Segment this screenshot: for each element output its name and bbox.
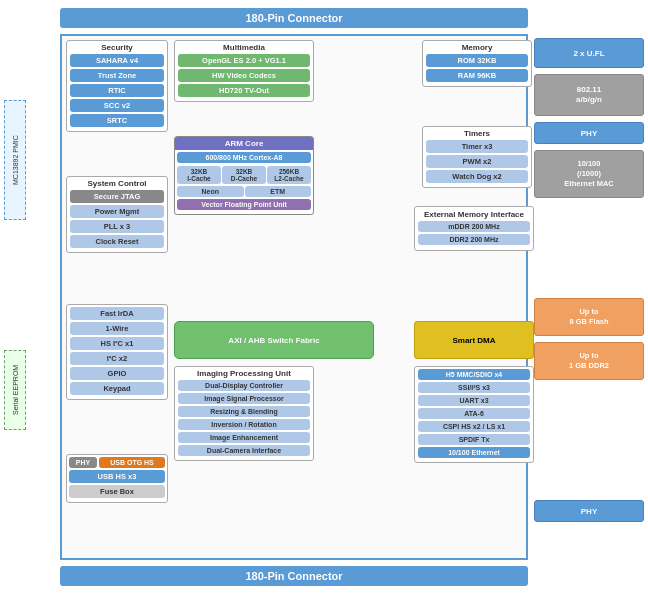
ddr2: DDR2 200 MHz — [418, 234, 530, 245]
etm: ETM — [245, 186, 312, 197]
sccv2: SCC v2 — [70, 99, 164, 112]
image-enhance: Image Enhancement — [178, 432, 310, 443]
d-cache: 32KBD-Cache — [222, 166, 266, 184]
gpio: GPIO — [70, 367, 164, 380]
watchdog: Watch Dog x2 — [426, 170, 528, 183]
main-ic: Security SAHARA v4 Trust Zone RTIC SCC v… — [60, 34, 528, 560]
bottom-connector: 180-Pin Connector — [60, 566, 528, 586]
phy-top-box: PHY — [534, 122, 644, 144]
axi-switch: AXI / AHB Switch Fabric — [174, 321, 374, 359]
uart: UART x3 — [418, 395, 530, 406]
neon: Neon — [177, 186, 244, 197]
hs-mmc-section: H5 MMC/SDIO x4 SSI/I²S x3 UART x3 ATA-6 … — [414, 366, 534, 463]
usb-otg-hs: USB OTG HS — [99, 457, 165, 468]
dual-camera: Dual-Camera Interface — [178, 445, 310, 456]
ethernet-100: 10/100 Ethernet — [418, 447, 530, 458]
isp: Image Signal Processor — [178, 393, 310, 404]
memory-title: Memory — [426, 43, 528, 52]
system-control-title: System Control — [70, 179, 164, 188]
ssi-i2s: SSI/I²S x3 — [418, 382, 530, 393]
hs-mmc: H5 MMC/SDIO x4 — [418, 369, 530, 380]
multimedia-title: Multimedia — [178, 43, 310, 52]
hs-i2c: HS I²C x1 — [70, 337, 164, 350]
memory-section: Memory ROM 32KB RAM 96KB — [422, 40, 532, 87]
timers-section: Timers Timer x3 PWM x2 Watch Dog x2 — [422, 126, 532, 188]
security-section: Security SAHARA v4 Trust Zone RTIC SCC v… — [66, 40, 168, 132]
srtc: SRTC — [70, 114, 164, 127]
imaging-section: Imaging Processing Unit Dual-Display Con… — [174, 366, 314, 461]
inversion: Inversion / Rotation — [178, 419, 310, 430]
ext-mem-title: External Memory Interface — [418, 210, 530, 219]
pll: PLL x 3 — [70, 220, 164, 233]
eeprom-label: Serial EEPROM — [4, 350, 26, 430]
smart-dma: Smart DMA — [414, 321, 534, 359]
top-connector: 180-Pin Connector — [60, 8, 528, 28]
cortex-a8: 600/800 MHz Cortex-A8 — [177, 152, 311, 163]
flash-box: Up to8 GB Flash — [534, 298, 644, 336]
resizing: Resizing & Blending — [178, 406, 310, 417]
trustzone: Trust Zone — [70, 69, 164, 82]
ufl-box: 2 x U.FL — [534, 38, 644, 68]
usb-hs: USB HS x3 — [69, 470, 165, 483]
rtic: RTIC — [70, 84, 164, 97]
sahara: SAHARA v4 — [70, 54, 164, 67]
opengl: OpenGL ES 2.0 + VG1.1 — [178, 54, 310, 67]
system-control-section: System Control Secure JTAG Power Mgmt PL… — [66, 176, 168, 253]
hd720: HD720 TV-Out — [178, 84, 310, 97]
ata6: ATA-6 — [418, 408, 530, 419]
timer: Timer x3 — [426, 140, 528, 153]
i-cache: 32KBI-Cache — [177, 166, 221, 184]
ram: RAM 96KB — [426, 69, 528, 82]
hw-video: HW Video Codecs — [178, 69, 310, 82]
pmic-label: MC13892 PMIC — [4, 100, 26, 220]
phy-bottom-box: PHY — [534, 500, 644, 522]
mddr: mDDR 200 MHz — [418, 221, 530, 232]
ethernet-mac-box: 10/100(/1000)Ethernet MAC — [534, 150, 644, 198]
secure-jtag: Secure JTAG — [70, 190, 164, 203]
power-mgmt: Power Mgmt — [70, 205, 164, 218]
interfaces-section: Fast IrDA 1-Wire HS I²C x1 I²C x2 GPIO K… — [66, 304, 168, 400]
rom: ROM 32KB — [426, 54, 528, 67]
cspi: CSPI HS x2 / LS x1 — [418, 421, 530, 432]
spdif: SPDIF Tx — [418, 434, 530, 445]
i2c: I²C x2 — [70, 352, 164, 365]
arm-core-title: ARM Core — [175, 137, 313, 150]
fuse-box: Fuse Box — [69, 485, 165, 498]
one-wire: 1-Wire — [70, 322, 164, 335]
wifi-box: 802.11a/b/g/n — [534, 74, 644, 116]
clock-reset: Clock Reset — [70, 235, 164, 248]
security-title: Security — [70, 43, 164, 52]
pwm: PWM x2 — [426, 155, 528, 168]
l2-cache: 256KBL2-Cache — [267, 166, 311, 184]
ddr2-box: Up to1 GB DDR2 — [534, 342, 644, 380]
usb-section: PHY USB OTG HS USB HS x3 Fuse Box — [66, 454, 168, 503]
vfpu: Vector Floating Point Unit — [177, 199, 311, 210]
timers-title: Timers — [426, 129, 528, 138]
fast-irda: Fast IrDA — [70, 307, 164, 320]
ext-mem-section: External Memory Interface mDDR 200 MHz D… — [414, 206, 534, 251]
keypad: Keypad — [70, 382, 164, 395]
multimedia-section: Multimedia OpenGL ES 2.0 + VG1.1 HW Vide… — [174, 40, 314, 102]
diagram-container: 180-Pin Connector 180-Pin Connector MC13… — [0, 0, 648, 594]
phy-label: PHY — [69, 457, 97, 468]
dual-display: Dual-Display Controller — [178, 380, 310, 391]
imaging-title: Imaging Processing Unit — [178, 369, 310, 378]
arm-core-section: ARM Core 600/800 MHz Cortex-A8 32KBI-Cac… — [174, 136, 314, 215]
